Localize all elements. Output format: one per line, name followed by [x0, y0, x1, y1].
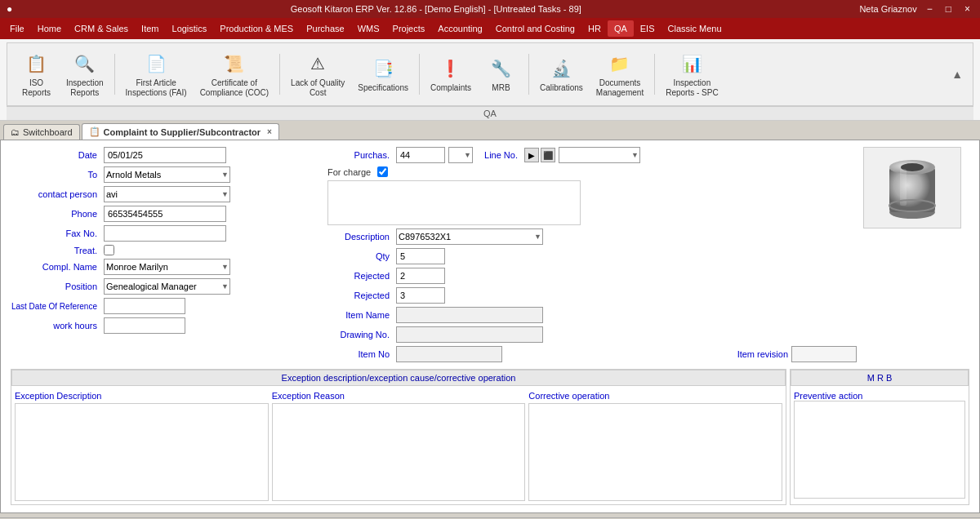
- exception-reason-label: Exception Reason: [272, 391, 526, 401]
- ribbon-tab-label: QA: [7, 106, 973, 120]
- phone-row: Phone: [11, 206, 321, 222]
- compl-name-label: Compl. Name: [11, 262, 100, 272]
- menu-item-qa[interactable]: QA: [608, 20, 634, 37]
- item-name-input[interactable]: [396, 307, 543, 323]
- menu-item-wms[interactable]: WMS: [351, 20, 386, 37]
- form-container: Date To Arnold Metals ▼: [0, 140, 980, 513]
- ribbon-label-lack-quality: Lack of QualityCost: [291, 78, 345, 98]
- menu-item-control-and-costing[interactable]: Control and Costing: [489, 20, 581, 37]
- fax-label: Fax No.: [11, 228, 100, 238]
- ribbon-btn-complaints[interactable]: ❗Complaints: [425, 51, 477, 97]
- ribbon-icon-cert-compliance: 📜: [221, 51, 247, 77]
- line-no-nav-btn2[interactable]: ⬛: [541, 148, 555, 162]
- ribbon-btn-first-article[interactable]: 📄First ArticleInspections (FAI): [120, 47, 193, 102]
- fax-input[interactable]: [104, 225, 226, 242]
- qty-input[interactable]: [396, 248, 445, 264]
- ribbon-btn-iso-reports[interactable]: 📋ISOReports: [14, 47, 59, 102]
- line-no-nav: ▶ ⬛: [524, 148, 555, 162]
- menu-item-home[interactable]: Home: [31, 20, 68, 37]
- menu-item-crm---sales[interactable]: CRM & Sales: [68, 20, 135, 37]
- exception-desc-textarea[interactable]: [15, 403, 269, 501]
- ribbon-btn-cert-compliance[interactable]: 📜Certificate ofCompliance (COC): [194, 47, 274, 102]
- ribbon-btn-lack-quality[interactable]: ⚠Lack of QualityCost: [285, 47, 350, 102]
- work-hours-input[interactable]: [104, 317, 185, 334]
- tab-icon: 📋: [89, 126, 100, 137]
- item-no-input[interactable]: [396, 346, 502, 362]
- exception-desc-col: Exception Description: [15, 391, 269, 501]
- date-label: Date: [11, 150, 100, 160]
- drawing-no-row: Drawing No.: [327, 326, 857, 343]
- contact-person-select[interactable]: avi: [104, 186, 230, 202]
- drawing-no-input[interactable]: [396, 326, 543, 343]
- corrective-op-textarea[interactable]: [528, 403, 782, 501]
- tab-icon: 🗂: [11, 127, 20, 137]
- user-name: Neta Griaznov: [859, 4, 916, 14]
- menu-item-production---mes[interactable]: Production & MES: [213, 20, 300, 37]
- main-area: 🗂Switchboard📋Complaint to Supplier/Subco…: [0, 121, 980, 517]
- ribbon-label-inspection-reports: InspectionReports: [66, 78, 104, 98]
- for-charge-checkbox[interactable]: [377, 166, 388, 177]
- item-revision-input[interactable]: [791, 346, 857, 362]
- item-image: [863, 147, 961, 228]
- date-input[interactable]: [104, 147, 226, 163]
- menu-item-hr[interactable]: HR: [581, 20, 608, 37]
- rejected2-label: Rejected: [327, 291, 393, 300]
- drawing-no-label: Drawing No.: [327, 330, 393, 339]
- item-no-row: Item No Item revision: [327, 346, 857, 362]
- ribbon-btn-documents-mgmt[interactable]: 📁DocumentsManagement: [590, 47, 649, 102]
- ribbon-label-calibrations: Calibrations: [540, 83, 583, 93]
- ribbon-label-documents-mgmt: DocumentsManagement: [596, 78, 644, 98]
- ribbon-btn-calibrations[interactable]: 🔬Calibrations: [534, 51, 589, 97]
- form-right-col: Purchas. ▼ Line No. ▶ ⬛: [327, 147, 857, 366]
- menu-item-logistics[interactable]: Logistics: [166, 20, 214, 37]
- preventive-action-textarea[interactable]: [794, 401, 965, 499]
- rejected2-input[interactable]: [396, 287, 445, 304]
- to-select[interactable]: Arnold Metals: [104, 166, 230, 183]
- line-no-label: Line No.: [476, 150, 521, 160]
- exception-reason-col: Exception Reason: [272, 391, 526, 501]
- rejected1-input[interactable]: [396, 268, 445, 284]
- description-select[interactable]: C8976532X1: [396, 228, 543, 245]
- ribbon-btn-inspection-reports[interactable]: 🔍InspectionReports: [60, 47, 109, 102]
- menu-item-accounting[interactable]: Accounting: [431, 20, 488, 37]
- ribbon-scroll[interactable]: ▲: [948, 64, 966, 84]
- tab-close-button[interactable]: ×: [267, 127, 272, 136]
- doc-tab-complaint-to-supplier-subcontr[interactable]: 📋Complaint to Supplier/Subcontractor×: [82, 123, 279, 140]
- app-icon: ●: [7, 3, 12, 15]
- menu-item-purchase[interactable]: Purchase: [300, 20, 350, 37]
- exception-reason-textarea[interactable]: [272, 403, 526, 501]
- minimize-button[interactable]: −: [924, 3, 936, 15]
- menu-item-classic-menu[interactable]: Classic Menu: [662, 20, 728, 37]
- ribbon-label-iso-reports: ISOReports: [22, 78, 51, 98]
- line-no-select[interactable]: [559, 147, 640, 163]
- menu-item-projects[interactable]: Projects: [386, 20, 432, 37]
- position-select[interactable]: Genealogical Manager: [104, 278, 230, 295]
- menu-item-item[interactable]: Item: [135, 20, 165, 37]
- item-revision-label: Item revision: [737, 349, 788, 359]
- ribbon-btn-mrb[interactable]: 🔧MRB: [479, 51, 523, 97]
- preventive-action-label: Preventive action: [794, 391, 862, 401]
- ribbon-btn-specifications[interactable]: 📑Specifications: [352, 51, 414, 97]
- for-charge-label: For charge: [327, 167, 374, 177]
- ribbon-label-first-article: First ArticleInspections (FAI): [126, 78, 187, 98]
- close-button[interactable]: ×: [961, 3, 973, 15]
- ribbon-separator-9: [654, 54, 655, 95]
- compl-name-select[interactable]: Monroe Marilyn: [104, 259, 230, 275]
- doc-tab-switchboard[interactable]: 🗂Switchboard: [3, 124, 80, 140]
- exception-header: Exception description/exception cause/co…: [11, 370, 786, 386]
- purchas-input[interactable]: [396, 147, 445, 163]
- menu-item-file[interactable]: File: [3, 20, 31, 37]
- menu-item-eis[interactable]: EIS: [634, 20, 662, 37]
- purchas-label: Purchas.: [327, 150, 393, 160]
- maximize-button[interactable]: □: [942, 3, 955, 15]
- ribbon-icon-first-article: 📄: [143, 51, 169, 77]
- corrective-op-col: Corrective operation: [528, 391, 782, 501]
- doc-tabs: 🗂Switchboard📋Complaint to Supplier/Subco…: [0, 121, 980, 140]
- phone-input[interactable]: [104, 206, 226, 222]
- ribbon-btn-inspection-reports-spc[interactable]: 📊InspectionReports - SPC: [660, 47, 724, 102]
- purchas-text-area: [327, 180, 581, 225]
- line-no-nav-btn[interactable]: ▶: [524, 148, 539, 162]
- last-date-input[interactable]: [104, 298, 185, 314]
- treat-checkbox[interactable]: [104, 245, 114, 255]
- purchas-select[interactable]: [448, 147, 473, 163]
